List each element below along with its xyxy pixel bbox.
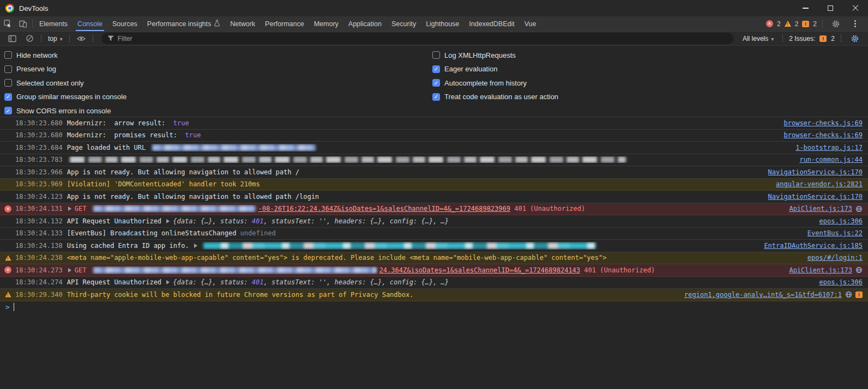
context-selector-value: top bbox=[48, 35, 57, 42]
tab-sources[interactable]: Sources bbox=[107, 16, 142, 31]
tab-application[interactable]: Application bbox=[343, 16, 387, 31]
request-url-link[interactable]: -08-26T16:22:24.364Z&isoDates=1&salesCha… bbox=[258, 205, 510, 212]
checkbox[interactable] bbox=[4, 107, 12, 114]
checkbox[interactable] bbox=[432, 65, 440, 73]
filter-field[interactable] bbox=[101, 33, 733, 44]
issues-link-label[interactable]: 2 Issues: bbox=[789, 35, 815, 42]
tab-label: Performance bbox=[265, 20, 304, 28]
live-expression-button[interactable] bbox=[74, 35, 89, 42]
inspect-element-button[interactable] bbox=[0, 16, 15, 31]
tab-label: Elements bbox=[39, 20, 68, 28]
request-url-link[interactable]: 24.364Z&isoDates=1&salesChannelID=4&_=17… bbox=[379, 266, 580, 274]
device-toolbar-button[interactable] bbox=[15, 16, 31, 31]
source-link[interactable]: browser-checks.js:69 bbox=[784, 131, 863, 139]
tab-console[interactable]: Console bbox=[73, 16, 107, 31]
source-location: ApiClient.js:173 bbox=[789, 205, 868, 212]
issues-count-icon[interactable] bbox=[802, 21, 809, 27]
source-link[interactable]: region1.google-analy…int&_s=1&tfd=6107:1 bbox=[684, 291, 842, 299]
expand-arrow-icon[interactable] bbox=[166, 219, 170, 223]
checkbox-autocomplete-from-history[interactable]: Autocomplete from history bbox=[432, 78, 558, 87]
tab-network[interactable]: Network bbox=[225, 16, 260, 31]
checkbox-show-cors-errors-in-console[interactable]: Show CORS errors in console bbox=[4, 106, 432, 115]
issues-link-count[interactable]: 2 bbox=[831, 35, 835, 42]
minimize-button[interactable] bbox=[793, 0, 818, 16]
maximize-button[interactable] bbox=[818, 0, 843, 16]
expand-arrow-icon[interactable] bbox=[68, 268, 71, 272]
context-selector[interactable]: top bbox=[45, 35, 65, 42]
tab-lighthouse[interactable]: Lighthouse bbox=[421, 16, 464, 31]
globe-icon[interactable] bbox=[855, 205, 863, 212]
checkbox[interactable] bbox=[432, 51, 440, 59]
checkbox-preserve-log[interactable]: Preserve log bbox=[4, 65, 432, 74]
checkbox-log-xmlhttprequests[interactable]: Log XMLHttpRequests bbox=[432, 51, 558, 59]
checkbox[interactable] bbox=[432, 79, 440, 87]
tab-performance-insights[interactable]: Performance insights bbox=[142, 16, 225, 31]
checkbox-treat-code-evaluation-as-user-action[interactable]: Treat code evaluation as user action bbox=[432, 93, 558, 101]
source-link[interactable]: epos.js:306 bbox=[819, 217, 863, 225]
error-count[interactable]: 2 bbox=[777, 20, 781, 28]
source-link[interactable]: 1-bootstrap.js:17 bbox=[795, 144, 863, 151]
settings-button[interactable] bbox=[828, 20, 843, 28]
log-text: GET bbox=[75, 205, 91, 212]
source-link[interactable]: ApiClient.js:173 bbox=[789, 266, 852, 274]
issues-icon[interactable] bbox=[819, 35, 827, 42]
tab-elements[interactable]: Elements bbox=[34, 16, 73, 31]
source-link[interactable]: ApiClient.js:173 bbox=[789, 205, 852, 212]
tab-performance[interactable]: Performance bbox=[260, 16, 309, 31]
checkbox-group-similar-messages-in-console[interactable]: Group similar messages in console bbox=[4, 93, 432, 101]
checkbox[interactable] bbox=[4, 65, 12, 73]
clear-console-button[interactable] bbox=[22, 34, 37, 42]
expand-arrow-icon[interactable] bbox=[166, 280, 170, 284]
source-location: epos.js:306 bbox=[819, 217, 868, 225]
filter-input[interactable] bbox=[118, 35, 727, 42]
source-link[interactable]: run-common.js:44 bbox=[799, 156, 863, 163]
prompt-chevron-icon: > bbox=[5, 303, 10, 311]
source-link[interactable]: NavigationService.js:170 bbox=[768, 168, 863, 176]
console-settings-button[interactable] bbox=[847, 34, 863, 43]
source-link[interactable]: epos.js:306 bbox=[819, 278, 863, 286]
tab-vue[interactable]: Vue bbox=[520, 16, 541, 31]
console-row: 18:30:23.680Modernizr: promises result: … bbox=[0, 130, 868, 142]
issue-icon[interactable] bbox=[855, 291, 863, 298]
source-link[interactable]: epos/#/login:1 bbox=[807, 254, 863, 262]
warning-count[interactable]: 2 bbox=[795, 20, 799, 28]
console-log: 18:30:23.680Modernizr: arrow result: tru… bbox=[0, 117, 868, 301]
redacted-url bbox=[93, 205, 256, 212]
source-link[interactable]: EntraIDAuthService.js:185 bbox=[764, 242, 863, 250]
checkbox-eager-evaluation[interactable]: Eager evaluation bbox=[432, 65, 558, 74]
globe-icon[interactable] bbox=[855, 266, 863, 273]
expand-arrow-icon[interactable] bbox=[68, 206, 71, 211]
source-link[interactable]: browser-checks.js:69 bbox=[784, 119, 863, 127]
log-levels-selector[interactable]: All levels bbox=[740, 35, 776, 42]
source-link[interactable]: NavigationService.js:170 bbox=[768, 193, 863, 200]
checkbox[interactable] bbox=[4, 79, 12, 87]
log-timestamp: 18:30:24.274 bbox=[15, 278, 63, 286]
checkbox[interactable] bbox=[4, 51, 12, 59]
close-button[interactable] bbox=[843, 0, 868, 16]
console-sidebar-toggle-button[interactable] bbox=[4, 35, 20, 42]
checkbox[interactable] bbox=[4, 93, 12, 101]
source-location: epos.js:306 bbox=[819, 278, 868, 286]
source-link[interactable]: EventBus.js:22 bbox=[807, 229, 863, 237]
expand-arrow-icon[interactable] bbox=[194, 244, 197, 248]
more-options-button[interactable] bbox=[847, 20, 863, 27]
checkbox[interactable] bbox=[432, 93, 440, 101]
issues-count[interactable]: 2 bbox=[813, 20, 817, 28]
tab-memory[interactable]: Memory bbox=[309, 16, 343, 31]
log-message: GET 24.364Z&isoDates=1&salesChannelID=4&… bbox=[67, 266, 783, 274]
tab-security[interactable]: Security bbox=[387, 16, 421, 31]
log-message bbox=[67, 156, 793, 163]
console-prompt[interactable]: > bbox=[0, 301, 868, 313]
chevron-down-icon bbox=[60, 35, 63, 42]
globe-icon[interactable] bbox=[845, 291, 852, 298]
console-row: 18:30:23.966App is not ready. But allowi… bbox=[0, 166, 868, 179]
source-link[interactable]: angular-vendor.js:2821 bbox=[776, 180, 863, 188]
checkbox-hide-network[interactable]: Hide network bbox=[4, 51, 432, 59]
warning-count-icon[interactable] bbox=[785, 21, 791, 27]
divider bbox=[93, 34, 93, 42]
checkbox-selected-context-only[interactable]: Selected context only bbox=[4, 78, 432, 87]
log-text: API Request Unauthorized bbox=[67, 217, 166, 225]
tab-indexeddbedit[interactable]: IndexedDBEdit bbox=[464, 16, 519, 31]
console-row: 18:30:23.969[Violation] 'DOMContentLoade… bbox=[0, 179, 868, 191]
error-count-icon[interactable] bbox=[766, 20, 773, 27]
